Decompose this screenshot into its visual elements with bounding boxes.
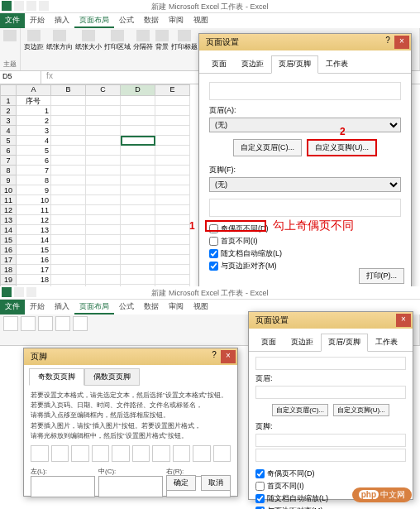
custom-header-button-2[interactable]: 自定义页眉(C)... bbox=[272, 404, 328, 416]
cell[interactable]: 2 bbox=[17, 116, 51, 126]
cell[interactable]: 6 bbox=[17, 156, 51, 166]
cell[interactable] bbox=[155, 126, 190, 136]
time-icon[interactable] bbox=[112, 445, 130, 462]
format-picture-icon[interactable] bbox=[213, 445, 231, 462]
col-header-c[interactable]: C bbox=[86, 84, 121, 96]
tab-pagelayout[interactable]: 页面布局 bbox=[74, 13, 114, 28]
cell[interactable] bbox=[121, 175, 155, 185]
save-icon[interactable] bbox=[14, 1, 24, 11]
cell[interactable] bbox=[86, 185, 121, 195]
row-header[interactable]: 7 bbox=[0, 156, 17, 166]
print-button[interactable]: 打印(P)... bbox=[359, 268, 405, 284]
tab-file-b[interactable]: 文件 bbox=[0, 300, 25, 315]
cell[interactable] bbox=[86, 265, 121, 275]
row-header[interactable]: 18 bbox=[0, 265, 17, 275]
cell[interactable] bbox=[155, 156, 190, 166]
cell[interactable] bbox=[51, 136, 86, 146]
ribbon-btn[interactable] bbox=[73, 316, 88, 331]
cell[interactable]: 16 bbox=[17, 255, 51, 265]
btn-size[interactable]: 纸张大小 bbox=[75, 30, 102, 51]
cell[interactable] bbox=[86, 96, 121, 106]
tab-odd-footer[interactable]: 奇数页页脚 bbox=[29, 368, 84, 386]
tab-home-b[interactable]: 开始 bbox=[25, 300, 50, 315]
cell[interactable] bbox=[155, 255, 190, 265]
cell[interactable] bbox=[155, 136, 190, 146]
cell[interactable] bbox=[121, 215, 155, 225]
cell[interactable] bbox=[155, 106, 190, 116]
row-header[interactable]: 16 bbox=[0, 245, 17, 255]
cell[interactable] bbox=[121, 106, 155, 116]
cell[interactable] bbox=[51, 265, 86, 275]
tab-even-footer[interactable]: 偶数页页脚 bbox=[84, 368, 140, 386]
filepath-icon[interactable] bbox=[132, 445, 150, 462]
cell[interactable]: 11 bbox=[17, 205, 51, 215]
footer-dialog-titlebar[interactable]: 页脚 ? × bbox=[24, 348, 237, 365]
cell[interactable] bbox=[155, 96, 190, 106]
close-icon[interactable]: × bbox=[394, 36, 409, 49]
tab-view[interactable]: 视图 bbox=[189, 13, 213, 28]
cell[interactable] bbox=[86, 146, 121, 156]
cell[interactable]: 序号 bbox=[17, 96, 51, 106]
cell[interactable] bbox=[51, 215, 86, 225]
redo-icon[interactable] bbox=[39, 1, 49, 11]
cancel-button[interactable]: 取消 bbox=[201, 475, 231, 491]
cell[interactable]: 17 bbox=[17, 265, 51, 275]
cell[interactable] bbox=[121, 126, 155, 136]
tab-data-b[interactable]: 数据 bbox=[139, 300, 164, 315]
cell[interactable] bbox=[121, 275, 155, 285]
cell[interactable] bbox=[86, 195, 121, 205]
cell[interactable] bbox=[155, 215, 190, 225]
cell[interactable] bbox=[51, 185, 86, 195]
row-header[interactable]: 5 bbox=[0, 136, 17, 146]
checkbox-随文档自动缩放(L)[interactable]: 随文档自动缩放(L) bbox=[209, 248, 401, 259]
tab-pagelayout-b[interactable]: 页面布局 bbox=[74, 300, 114, 315]
ribbon-btn[interactable] bbox=[38, 316, 53, 331]
ok-button[interactable]: 确定 bbox=[166, 475, 196, 491]
tab-formulas[interactable]: 公式 bbox=[114, 13, 139, 28]
cell[interactable] bbox=[121, 96, 155, 106]
cell[interactable] bbox=[51, 205, 86, 215]
checkbox-与页边距对齐(M)[interactable]: 与页边距对齐(M) bbox=[255, 506, 406, 509]
cell[interactable]: 3 bbox=[17, 126, 51, 136]
tab-review-b[interactable]: 审阅 bbox=[164, 300, 189, 315]
cell[interactable] bbox=[86, 225, 121, 235]
dialog-titlebar-2[interactable]: 页面设置 × bbox=[249, 312, 413, 329]
cell[interactable] bbox=[155, 166, 190, 175]
cell[interactable] bbox=[86, 275, 121, 285]
cell[interactable]: 13 bbox=[17, 225, 51, 235]
cell[interactable] bbox=[121, 265, 155, 275]
custom-footer-button[interactable]: 自定义页脚(U)... bbox=[307, 139, 377, 156]
close-icon[interactable]: × bbox=[221, 350, 236, 363]
cell[interactable] bbox=[86, 126, 121, 136]
cell[interactable] bbox=[121, 166, 155, 175]
ribbon-btn[interactable] bbox=[55, 316, 70, 331]
cell[interactable]: 12 bbox=[17, 215, 51, 225]
tab-insert-b[interactable]: 插入 bbox=[50, 300, 74, 315]
cell[interactable] bbox=[51, 275, 86, 285]
row-header[interactable]: 9 bbox=[0, 175, 17, 185]
cell[interactable] bbox=[86, 175, 121, 185]
checkbox-首页不同(I)[interactable]: 首页不同(I) bbox=[209, 236, 401, 247]
row-header[interactable]: 2 bbox=[0, 106, 17, 116]
dialog-titlebar[interactable]: 页面设置 ? × bbox=[199, 34, 411, 50]
tab-data[interactable]: 数据 bbox=[139, 13, 164, 28]
row-header[interactable]: 8 bbox=[0, 166, 17, 175]
cell[interactable] bbox=[121, 195, 155, 205]
tab-headerfooter[interactable]: 页眉/页脚 bbox=[271, 55, 318, 74]
format-text-icon[interactable] bbox=[31, 445, 49, 462]
cell[interactable] bbox=[86, 166, 121, 175]
tab-insert[interactable]: 插入 bbox=[50, 13, 74, 28]
tab-margins-2[interactable]: 页边距 bbox=[284, 334, 321, 351]
cell[interactable] bbox=[121, 136, 155, 146]
name-box[interactable]: D5 bbox=[0, 71, 41, 84]
cell[interactable] bbox=[121, 185, 155, 195]
cell[interactable]: 9 bbox=[17, 185, 51, 195]
picture-icon[interactable] bbox=[193, 445, 211, 462]
btn-background[interactable]: 背景 bbox=[155, 30, 169, 51]
tab-home[interactable]: 开始 bbox=[25, 13, 50, 28]
btn-orientation[interactable]: 纸张方向 bbox=[46, 30, 73, 51]
cell[interactable] bbox=[155, 275, 190, 285]
cell[interactable] bbox=[51, 245, 86, 255]
cell[interactable] bbox=[121, 146, 155, 156]
cell[interactable] bbox=[121, 205, 155, 215]
